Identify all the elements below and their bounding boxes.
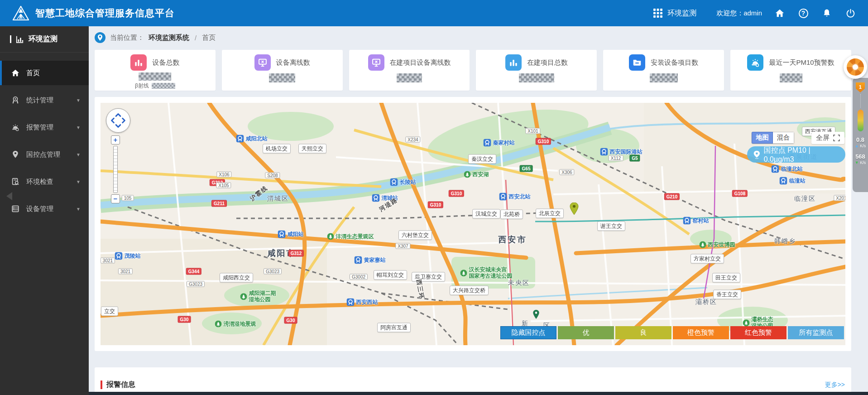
shield-badge[interactable]: 1: [856, 82, 865, 92]
alarm-more-link[interactable]: 更多>>: [825, 381, 845, 389]
upload-arrow-icon: ▲: [855, 144, 859, 148]
apps-grid-icon: [652, 7, 664, 19]
location-pin-icon: [95, 32, 106, 43]
app-logo-icon: [13, 6, 29, 20]
map-label-road-white: G3023: [264, 269, 282, 275]
sidebar-collapse-icon[interactable]: [6, 192, 12, 200]
zoom-in-button[interactable]: +: [111, 135, 120, 145]
map-label-road-red: G344: [186, 268, 201, 275]
home-icon: [11, 68, 20, 77]
stat-value-redacted: [139, 72, 171, 81]
map-label-junction: 大兴路立交桥: [450, 286, 489, 295]
legend-button-橙色预警[interactable]: 橙色预警: [673, 326, 729, 339]
bar-chart-icon: [505, 54, 522, 71]
legend-button-红色预警[interactable]: 红色预警: [730, 326, 786, 339]
sidebar-item-设备管理[interactable]: 设备管理▼: [0, 197, 89, 221]
map-label-road-white: X307: [395, 243, 410, 249]
home-icon[interactable]: [774, 7, 786, 19]
stat-value-redacted: [780, 73, 802, 82]
stat-card-在建项目总数: 在建项目总数: [476, 50, 597, 91]
pm10-tooltip[interactable]: 国控点 PM10 | 0.0µg/m3: [747, 146, 845, 163]
map-pan-control[interactable]: [106, 108, 130, 133]
map-station-marker: 秦家村站: [484, 139, 515, 147]
fullscreen-brackets-icon: [833, 135, 840, 141]
sidebar-section-header: 环境监测: [0, 26, 89, 53]
network-speed-panel[interactable]: 1 0.8 ▲ K/s 568 ▼ K/s: [853, 78, 868, 192]
map-label-road-red: G210: [664, 193, 680, 200]
map-park-marker: 汉长安城未央宫 国家考古遗址公园: [460, 267, 513, 279]
device-icon: [11, 204, 20, 213]
legend-button-优[interactable]: 优: [558, 326, 614, 339]
map-label-road-white: 3021: [101, 258, 115, 264]
map-label-junction: 田王立交: [712, 273, 740, 283]
legend-button-隐藏国控点[interactable]: 隐藏国控点: [500, 326, 556, 339]
sidebar-item-报警管理[interactable]: 报警管理▼: [0, 115, 89, 140]
download-speed: 568 ▼ K/s: [855, 154, 866, 165]
sidebar-menu: 首页统计管理▼报警管理▼国控点管理▼环境检查▼设备管理▼: [0, 53, 89, 221]
breadcrumb-system[interactable]: 环境监测系统: [149, 34, 189, 42]
monitor-offline-icon: [254, 54, 271, 71]
map-label-road-white: 105: [122, 195, 134, 201]
map-label-road-white: S208: [265, 173, 280, 178]
stat-card-label: 最近一天PM10预警数: [769, 58, 834, 67]
map-green-pin[interactable]: [533, 310, 540, 321]
zoom-slider[interactable]: [113, 146, 118, 193]
chevron-down-icon: ▼: [76, 98, 81, 103]
sidebar-item-label: 统计管理: [26, 96, 53, 105]
map-label-junction: 谢王立交: [597, 222, 625, 231]
map-park-marker: 西安湖: [464, 171, 489, 178]
sidebar-item-label: 环境检查: [26, 178, 53, 186]
sidebar-item-统计管理[interactable]: 统计管理▼: [0, 88, 89, 112]
sidebar-item-label: 设备管理: [26, 205, 53, 213]
accelerator-ball-icon[interactable]: [844, 55, 867, 79]
map-type-map-button[interactable]: 地图: [752, 132, 773, 144]
section-accent-bar: [101, 381, 102, 389]
stat-card-在建项目设备离线数: 在建项目设备离线数: [349, 50, 470, 91]
help-icon[interactable]: ?: [797, 7, 809, 19]
sidebar-item-label: 报警管理: [26, 123, 53, 132]
map-label-road-red: G30: [178, 316, 191, 323]
module-switcher[interactable]: 环境监测: [652, 7, 696, 19]
map-canvas[interactable]: 咸阳北站机场立交天熙立交X234X101G310秦家村站西安港互通西安国际港站西…: [101, 103, 845, 345]
map-label-road-red: G310: [428, 202, 443, 208]
map-zoom-control: + −: [111, 135, 120, 203]
stat-value-redacted: [519, 73, 554, 82]
map-label-city: 西安市: [499, 234, 527, 245]
fullscreen-button[interactable]: 全屏: [811, 132, 844, 144]
map-label-junction: 阿房宫互通: [377, 323, 411, 332]
stat-sub-label: β射线: [135, 82, 149, 90]
map-label-road-white: X101: [525, 128, 540, 134]
map-label-junction: 香王立交: [713, 290, 741, 299]
map-label-road-red: G30: [284, 317, 297, 324]
sidebar-item-首页[interactable]: 首页: [0, 61, 89, 85]
map-panel: 咸阳北站机场立交天熙立交X234X101G310秦家村站西安港互通西安国际港站西…: [95, 97, 851, 351]
map-label-road-white: X306: [559, 169, 574, 175]
sidebar-item-国控点管理[interactable]: 国控点管理▼: [0, 142, 89, 167]
sidebar-item-环境检查[interactable]: 环境检查▼: [0, 169, 89, 194]
top-header: 智慧工地综合管理服务信息平台 环境监测 欢迎您：admin ?: [0, 0, 868, 26]
stat-value-redacted: [397, 73, 422, 82]
legend-button-所有监测点[interactable]: 所有监测点: [788, 326, 844, 339]
legend-button-良[interactable]: 良: [615, 326, 671, 339]
map-label-road-white: G3002: [350, 274, 368, 280]
stat-card-label: 设备离线数: [276, 58, 310, 67]
bell-icon[interactable]: [821, 7, 833, 19]
zoom-out-button[interactable]: −: [111, 194, 120, 203]
screen-bottom-edge: [89, 392, 868, 395]
map-station-marker: 咸阳北站: [236, 135, 268, 143]
map-label-junction: 北辰立交: [536, 209, 564, 218]
map-type-hybrid-button[interactable]: 混合: [773, 132, 794, 144]
map-station-marker: 长陵站: [390, 178, 416, 186]
map-monitor-pin[interactable]: [570, 202, 579, 217]
breadcrumb-current[interactable]: 首页: [202, 34, 216, 42]
map-label-area: 韩峪乡: [774, 237, 796, 246]
power-icon[interactable]: [844, 7, 856, 19]
stat-value-redacted: [269, 73, 295, 82]
sidebar-item-label: 首页: [26, 69, 40, 77]
map-label-junction: 天熙立交: [298, 144, 326, 154]
stat-card-label: 安装设备项目数: [651, 58, 698, 67]
map-legend-buttons: 隐藏国控点优良橙色预警红色预警所有监测点: [500, 326, 844, 339]
map-type-toggle: 地图 混合: [752, 132, 794, 144]
map-label-junction: 六村堡立交: [398, 231, 432, 240]
map-label-junction: 汉城立交: [472, 209, 500, 219]
